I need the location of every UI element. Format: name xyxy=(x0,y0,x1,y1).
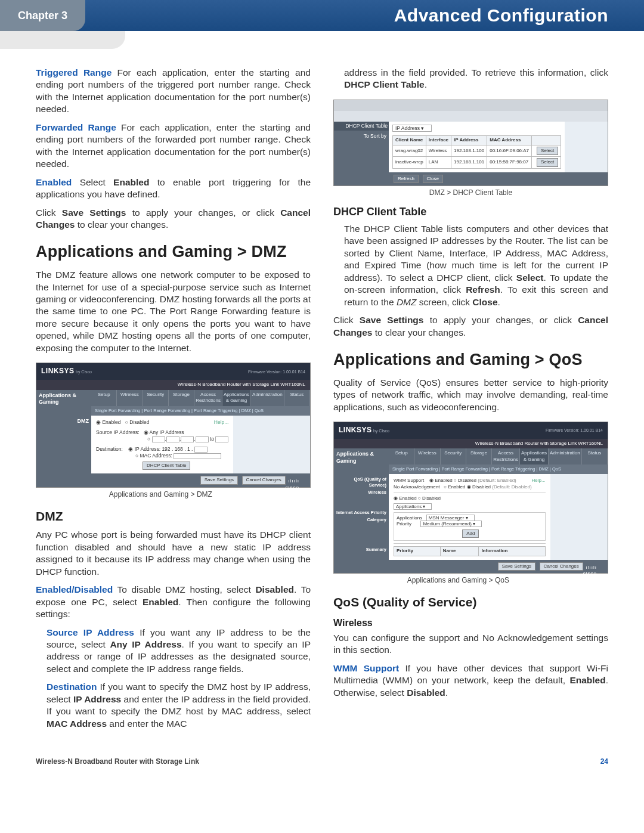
para-qos-intro: Quality of Service (QoS) ensures better … xyxy=(333,377,608,413)
app-select[interactable]: MSN Messenger ▾ xyxy=(426,515,475,521)
ui-side-label: Applications & Gaming xyxy=(334,448,389,474)
select-button[interactable]: Select xyxy=(537,147,558,156)
para-wireless-intro: You can configure the support and No Ack… xyxy=(333,632,608,657)
close-button[interactable]: Close xyxy=(423,175,443,184)
ui-top-tabs[interactable]: SetupWirelessSecurityStorageAccess Restr… xyxy=(91,390,310,406)
label-wmm-support: WMM Support xyxy=(333,663,399,673)
refresh-button[interactable]: Refresh xyxy=(394,175,419,184)
select-button[interactable]: Select xyxy=(537,158,558,167)
help-link[interactable]: Help... xyxy=(532,478,546,490)
figure-dhcp-table: DHCP Client Table To Sort by IP Address … xyxy=(333,100,608,186)
add-button[interactable]: Add xyxy=(462,529,479,538)
page-number: 24 xyxy=(600,757,608,766)
para-dhcp-continuation: address in the field provided. To retrie… xyxy=(333,67,608,91)
save-settings-button[interactable]: Save Settings xyxy=(498,562,535,571)
ui-sub-tabs[interactable]: Single Port Forwarding | Port Range Forw… xyxy=(91,406,310,416)
sort-label: To Sort by xyxy=(336,133,386,140)
label-triggered-range: Triggered Range xyxy=(36,67,112,78)
label-enabled: Enabled xyxy=(36,177,72,187)
label-forwarded-range: Forwarded Range xyxy=(36,122,116,132)
firmware-version: Firmware Version: 1.00.01 B14 xyxy=(248,369,305,374)
dhcp-client-table: Client NameInterfaceIP AddressMAC Addres… xyxy=(392,135,561,169)
heading-apps-gaming-dmz: Applications and Gaming > DMZ xyxy=(36,241,311,263)
heading-wireless: Wireless xyxy=(333,617,608,629)
label-destination: Destination xyxy=(47,682,97,692)
table-row: wrag-wrag02Wireless192.168.1.10000:16:6F… xyxy=(393,145,561,157)
brand-logo: LINKSYS xyxy=(339,426,372,434)
chapter-tab: Chapter 3 xyxy=(0,0,85,31)
para-forwarded-range: Forwarded Range For each application, en… xyxy=(36,122,311,171)
heading-dmz: DMZ xyxy=(36,508,311,525)
label-enabled-disabled: Enabled/Disabled xyxy=(36,584,113,594)
dhcp-side-title: DHCP Client Table xyxy=(334,122,389,131)
cisco-logo: ılıılıcisco xyxy=(286,476,305,491)
page-header: Chapter 3 Advanced Configuration xyxy=(0,0,644,31)
para-dmz-intro: The DMZ feature allows one network compu… xyxy=(36,269,311,354)
help-link[interactable]: Help... xyxy=(214,419,229,426)
dhcp-client-table-button[interactable]: DHCP Client Table xyxy=(143,462,190,470)
right-column: address in the field provided. To retrie… xyxy=(333,67,608,736)
figure-dhcp-caption: DMZ > DHCP Client Table xyxy=(333,188,608,198)
para-source-ip: Source IP Address If you want any IP add… xyxy=(36,627,311,676)
page-title: Advanced Configuration xyxy=(394,5,608,26)
figure-dmz-ui: LINKSYS by Cisco Firmware Version: 1.00.… xyxy=(36,363,311,488)
chapter-tab-extension xyxy=(0,31,125,49)
ui-section-dmz: DMZ xyxy=(36,416,91,474)
para-destination: Destination If you want to specify the D… xyxy=(36,681,311,730)
figure-dmz-caption: Applications and Gaming > DMZ xyxy=(36,490,311,500)
table-row: inactive-wrcpLAN192.168.1.10100:15:58:7F… xyxy=(393,157,561,169)
para-wmm-support: WMM Support If you have other devices th… xyxy=(333,662,608,699)
sort-select[interactable]: IP Address ▾ xyxy=(392,125,432,132)
heading-apps-gaming-qos: Applications and Gaming > QoS xyxy=(333,349,608,371)
heading-qos: QoS (Quality of Service) xyxy=(333,594,608,611)
cancel-changes-button[interactable]: Cancel Changes xyxy=(242,476,286,485)
figure-qos-ui: LINKSYS by Cisco Firmware Version: 1.00.… xyxy=(333,422,608,574)
cisco-logo: ılıılıcisco xyxy=(583,562,603,577)
cancel-changes-button[interactable]: Cancel Changes xyxy=(540,562,583,571)
para-save-cancel-2: Click Save Settings to apply your change… xyxy=(333,314,608,339)
ui-side-label: Applications & Gaming xyxy=(36,390,91,416)
heading-dhcp-client-table: DHCP Client Table xyxy=(333,205,608,219)
ui-sub-tabs[interactable]: Single Port Forwarding | Port Range Forw… xyxy=(389,465,608,474)
figure-qos-caption: Applications and Gaming > QoS xyxy=(333,576,608,586)
page-footer: Wireless-N Broadband Router with Storage… xyxy=(0,754,644,778)
priority-select[interactable]: Medium (Recommend) ▾ xyxy=(420,521,482,527)
router-title-bar: Wireless-N Broadband Router with Storage… xyxy=(334,439,608,449)
left-column: Triggered Range For each application, en… xyxy=(36,67,311,736)
ui-top-tabs[interactable]: SetupWirelessSecurityStorageAccess Restr… xyxy=(389,448,608,465)
para-triggered-range: Triggered Range For each application, en… xyxy=(36,67,311,116)
label-source-ip: Source IP Address xyxy=(47,627,134,637)
router-title-bar: Wireless-N Broadband Router with Storage… xyxy=(36,380,310,390)
firmware-version: Firmware Version: 1.00.01 B14 xyxy=(546,428,603,433)
para-dhcp-desc: The DHCP Client Table lists computers an… xyxy=(333,223,608,308)
para-dmz-dhcp: Any PC whose port is being forwarded mus… xyxy=(36,529,311,578)
brand-logo: LINKSYS xyxy=(41,367,75,375)
save-settings-button[interactable]: Save Settings xyxy=(200,476,238,485)
para-enabled: Enabled Select Enabled to enable port tr… xyxy=(36,176,311,201)
ui-dmz-body: ◉ Enabled ○ Disabled Help... Source IP A… xyxy=(91,416,233,474)
category-select[interactable]: Applications ▾ xyxy=(394,503,432,510)
footer-left: Wireless-N Broadband Router with Storage… xyxy=(36,757,199,766)
para-save-cancel-1: Click Save Settings to apply your change… xyxy=(36,207,311,231)
para-enabled-disabled: Enabled/Disabled To disable DMZ hosting,… xyxy=(36,584,311,620)
